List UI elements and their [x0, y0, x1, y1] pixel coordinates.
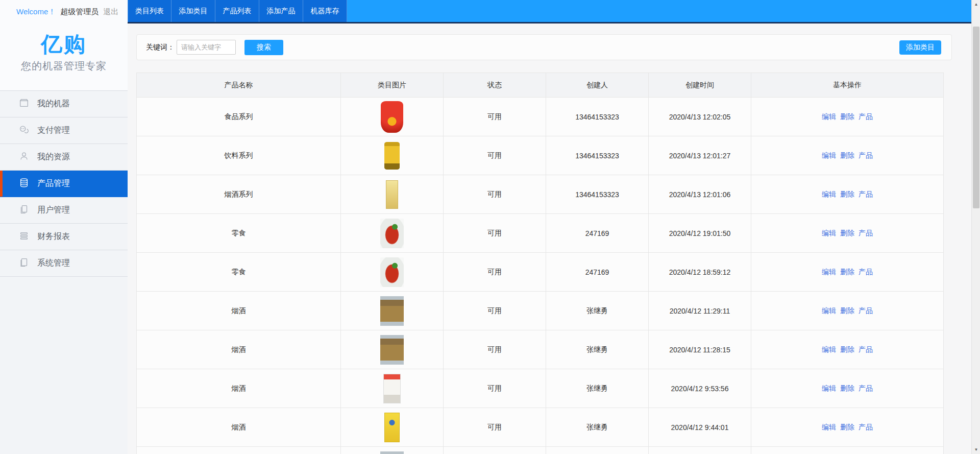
status-cell: 可用	[444, 136, 546, 175]
product-link[interactable]: 产品	[859, 190, 873, 198]
creator-cell: 13464153323	[546, 136, 649, 175]
scroll-up-arrow[interactable]: ▲	[972, 0, 980, 9]
edit-link[interactable]: 编辑	[822, 306, 836, 315]
creator-cell: 247169	[546, 214, 649, 253]
header-created-time: 创建时间	[649, 73, 751, 98]
created-time-cell: 2020/4/12 9:53:56	[649, 369, 751, 408]
actions-cell: 编辑 删除 产品	[751, 175, 944, 214]
sidebar-item-label: 系统管理	[37, 258, 70, 269]
category-image-cell	[341, 136, 444, 175]
brand-slogan: 您的机器管理专家	[0, 59, 128, 73]
scrollbar-thumb[interactable]	[973, 27, 979, 208]
sidebar-item-label: 用户管理	[37, 205, 70, 216]
category-image-cell	[341, 214, 444, 253]
edit-link[interactable]: 编辑	[822, 151, 836, 159]
main-area: 类目列表 添加类目 产品列表 添加产品 机器库存 关键词： 搜索 添加类目	[128, 0, 980, 454]
list-icon	[18, 230, 30, 244]
tab-product-list[interactable]: 产品列表	[215, 0, 259, 22]
cigarette-tall-image	[386, 180, 398, 209]
category-image-cell	[341, 447, 444, 454]
category-image-cell	[341, 292, 444, 330]
tab-machine-inventory[interactable]: 机器库存	[303, 0, 347, 22]
pack-yellow-image	[384, 413, 400, 442]
sidebar-item-my-resources[interactable]: 我的资源	[0, 144, 128, 171]
product-name-cell	[137, 447, 341, 454]
product-name-cell: 烟酒	[137, 292, 341, 330]
sidebar-item-label: 我的资源	[37, 152, 70, 162]
product-link[interactable]: 产品	[859, 112, 873, 121]
actions-cell: 编辑 删除 产品	[751, 330, 944, 369]
product-link[interactable]: 产品	[859, 268, 873, 276]
delete-link[interactable]: 删除	[840, 229, 854, 237]
tab-category-list[interactable]: 类目列表	[128, 0, 172, 22]
delete-link[interactable]: 删除	[840, 423, 854, 431]
created-time-cell: 2020/4/12 9:44:01	[649, 408, 751, 447]
actions-cell: 编辑 删除 产品	[751, 369, 944, 408]
table-row: 烟酒系列 可用 13464153323 2020/4/13 12:01:06 编…	[137, 175, 944, 214]
add-category-button[interactable]: 添加类目	[899, 40, 941, 55]
carton-photo-image	[380, 296, 404, 326]
keyword-label: 关键词：	[146, 43, 175, 52]
status-cell: 可用	[444, 175, 546, 214]
product-link[interactable]: 产品	[859, 306, 873, 315]
delete-link[interactable]: 删除	[840, 268, 854, 276]
search-group: 关键词： 搜索	[146, 40, 283, 55]
delete-link[interactable]: 删除	[840, 384, 854, 392]
header-actions: 基本操作	[751, 73, 944, 98]
logout-link[interactable]: 退出	[103, 7, 118, 17]
table-row: 饮料系列 可用 13464153323 2020/4/13 12:01:27 编…	[137, 136, 944, 175]
scroll-down-arrow[interactable]: ▼	[972, 445, 980, 454]
snack-plate-image	[380, 219, 404, 248]
sidebar-item-financial-reports[interactable]: 财务报表	[0, 224, 128, 250]
status-cell: 可用	[444, 214, 546, 253]
table-row: 零食 可用 247169 2020/4/12 19:01:50 编辑 删除 产品	[137, 214, 944, 253]
product-name-cell: 零食	[137, 214, 341, 253]
current-user-link[interactable]: 超级管理员	[60, 7, 99, 17]
creator-cell: 张继勇	[546, 330, 649, 369]
product-link[interactable]: 产品	[859, 345, 873, 353]
delete-link[interactable]: 删除	[840, 190, 854, 198]
delete-link[interactable]: 删除	[840, 345, 854, 353]
delete-link[interactable]: 删除	[840, 151, 854, 159]
brand: 亿购 您的机器管理专家	[0, 23, 128, 90]
sidebar-item-payment[interactable]: 支付管理	[0, 117, 128, 144]
tab-add-product[interactable]: 添加产品	[259, 0, 303, 22]
product-link[interactable]: 产品	[859, 384, 873, 392]
edit-link[interactable]: 编辑	[822, 190, 836, 198]
sidebar-item-label: 我的机器	[37, 99, 70, 109]
keyword-input[interactable]	[177, 40, 236, 55]
product-name-cell: 食品系列	[137, 98, 341, 136]
category-image-cell	[341, 330, 444, 369]
delete-link[interactable]: 删除	[840, 112, 854, 121]
admin-app: Welcome！ 超级管理员 退出 亿购 您的机器管理专家 我的机器 支付管理 …	[0, 0, 980, 454]
edit-link[interactable]: 编辑	[822, 345, 836, 353]
product-name-cell: 烟酒	[137, 369, 341, 408]
sidebar-item-user-management[interactable]: 用户管理	[0, 197, 128, 224]
edit-link[interactable]: 编辑	[822, 384, 836, 392]
product-link[interactable]: 产品	[859, 229, 873, 237]
sidebar-menu: 我的机器 支付管理 我的资源 产品管理 用户管理 财务报表	[0, 90, 128, 277]
sidebar-item-system-management[interactable]: 系统管理	[0, 250, 128, 277]
sidebar-item-my-machines[interactable]: 我的机器	[0, 91, 128, 117]
category-image-cell	[341, 408, 444, 447]
category-image-cell	[341, 98, 444, 136]
tab-add-category[interactable]: 添加类目	[172, 0, 215, 22]
sidebar-item-label: 支付管理	[37, 125, 70, 136]
creator-cell	[546, 447, 649, 454]
table-row: 烟酒 可用 张继勇 2020/4/12 9:53:56 编辑 删除 产品	[137, 369, 944, 408]
product-link[interactable]: 产品	[859, 423, 873, 431]
edit-link[interactable]: 编辑	[822, 229, 836, 237]
product-link[interactable]: 产品	[859, 151, 873, 159]
created-time-cell: 2020/4/13 12:01:06	[649, 175, 751, 214]
category-image-cell	[341, 369, 444, 408]
edit-link[interactable]: 编辑	[822, 423, 836, 431]
created-time-cell	[649, 447, 751, 454]
edit-link[interactable]: 编辑	[822, 268, 836, 276]
vertical-scrollbar: ▲ ▼	[971, 0, 980, 454]
payment-icon	[18, 124, 30, 137]
sidebar-item-product-management[interactable]: 产品管理	[0, 171, 128, 197]
search-button[interactable]: 搜索	[244, 40, 283, 55]
edit-link[interactable]: 编辑	[822, 112, 836, 121]
header-product-name: 产品名称	[137, 73, 341, 98]
delete-link[interactable]: 删除	[840, 306, 854, 315]
